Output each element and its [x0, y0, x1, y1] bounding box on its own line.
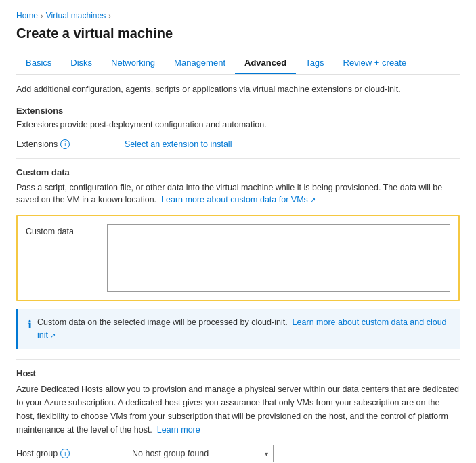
tab-advanced[interactable]: Advanced — [235, 52, 296, 74]
extensions-label: Extensions i — [16, 139, 125, 149]
extensions-info-icon[interactable]: i — [60, 139, 70, 149]
host-section: Host Azure Dedicated Hosts allow you to … — [16, 368, 460, 462]
custom-data-textarea[interactable] — [107, 224, 450, 292]
extensions-section: Extensions Extensions provide post-deplo… — [16, 106, 460, 149]
tab-basics[interactable]: Basics — [16, 52, 61, 74]
tabs-bar: Basics Disks Networking Management Advan… — [16, 52, 460, 75]
custom-data-label: Custom data — [26, 224, 107, 236]
host-group-label: Host group i — [16, 449, 125, 458]
breadcrumb-virtual-machines[interactable]: Virtual machines — [46, 11, 106, 20]
host-heading: Host — [16, 368, 460, 378]
breadcrumb-sep-1: › — [41, 12, 43, 20]
page-title: Create a virtual machine — [16, 26, 460, 41]
host-learn-more-link[interactable]: Learn more — [157, 425, 200, 435]
custom-data-desc: Pass a script, configuration file, or ot… — [16, 181, 460, 207]
host-group-info-icon[interactable]: i — [60, 449, 70, 458]
breadcrumb: Home › Virtual machines › — [16, 11, 460, 20]
extensions-heading: Extensions — [16, 106, 460, 116]
external-link-icon-1: ↗ — [308, 196, 316, 204]
section-description: Add additional configuration, agents, sc… — [16, 83, 460, 96]
breadcrumb-home[interactable]: Home — [16, 11, 38, 20]
tab-management[interactable]: Management — [165, 52, 235, 74]
info-banner-text: Custom data on the selected image will b… — [37, 316, 450, 342]
custom-data-section: Custom data Pass a script, configuration… — [16, 167, 460, 349]
extensions-desc: Extensions provide post-deployment confi… — [16, 118, 460, 131]
custom-data-heading: Custom data — [16, 167, 460, 177]
info-banner-icon: ℹ — [28, 317, 32, 333]
custom-data-field-row: Custom data — [16, 215, 460, 301]
host-group-select[interactable]: No host group found — [125, 445, 274, 462]
host-group-select-wrapper: No host group found ▾ — [125, 445, 274, 462]
tab-tags[interactable]: Tags — [296, 52, 333, 74]
tab-disks[interactable]: Disks — [61, 52, 102, 74]
tab-networking[interactable]: Networking — [102, 52, 165, 74]
extensions-label-text: Extensions — [16, 139, 58, 149]
host-group-field-row: Host group i No host group found ▾ — [16, 445, 460, 462]
divider-1 — [16, 158, 460, 159]
host-group-label-text: Host group — [16, 449, 58, 458]
external-link-icon-2: ↗ — [48, 332, 56, 339]
breadcrumb-sep-2: › — [108, 12, 111, 20]
host-desc: Azure Dedicated Hosts allow you to provi… — [16, 382, 460, 437]
extensions-field-row: Extensions i Select an extension to inst… — [16, 139, 460, 149]
tab-review-create[interactable]: Review + create — [334, 52, 416, 74]
select-extension-link[interactable]: Select an extension to install — [125, 139, 232, 149]
divider-2 — [16, 359, 460, 360]
custom-data-info-banner: ℹ Custom data on the selected image will… — [16, 309, 460, 349]
custom-data-learn-more-link[interactable]: Learn more about custom data for VMs — [161, 195, 308, 204]
